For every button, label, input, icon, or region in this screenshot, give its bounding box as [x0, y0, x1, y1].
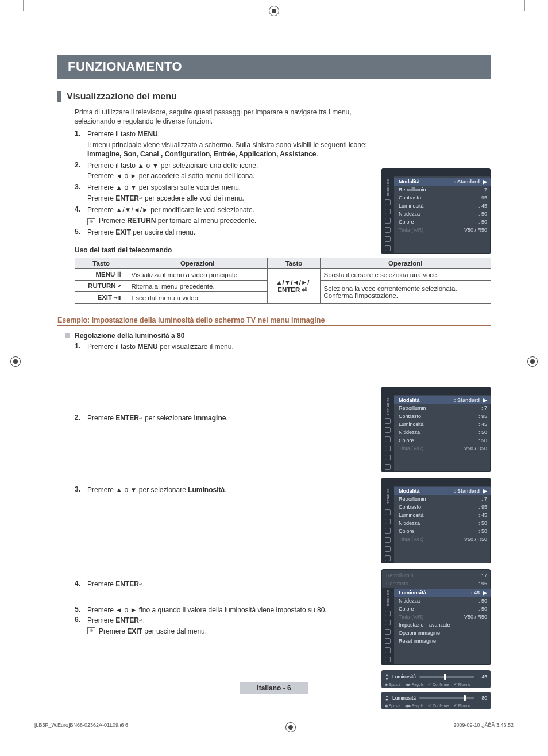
slider-track: [419, 676, 474, 678]
chevron-right-icon: ▶: [483, 488, 487, 494]
osd-row-value: : 95: [478, 195, 487, 201]
osd-row-label: Nitidezza: [399, 429, 478, 435]
osd-sidebar-icon: [385, 236, 391, 242]
osd-sidebar-icon: [385, 546, 391, 552]
osd-sidebar-icon: [385, 418, 391, 424]
step-text: per visualizzare il menu.: [158, 343, 234, 351]
legend-adjust: Regola: [412, 682, 424, 686]
osd-row-label: Colore: [399, 606, 478, 612]
osd-row-label: Retroillumin: [399, 187, 481, 193]
osd-sidebar-icon: [385, 611, 391, 616]
step-text: Premere: [99, 627, 127, 635]
square-bullet-icon: [65, 333, 70, 338]
osd-brightness-slider: ▲▼ Luminosità 80 ◆ Sposta ◀▶ Regola ⏎ Co…: [381, 692, 491, 709]
osd-row-value: : 95: [478, 504, 487, 510]
step-text: .: [158, 130, 160, 138]
key-name: EXIT: [97, 294, 112, 301]
step-text: Premere ▲/▼/◄/► per modificare le voci s…: [87, 206, 254, 214]
th-op: Operazioni: [128, 258, 268, 269]
osd-row-label: Contrasto: [399, 504, 478, 510]
osd-row-value: : 50: [478, 528, 487, 534]
key-name: ENTER: [115, 414, 139, 422]
slider-knob-icon: [464, 695, 466, 701]
osd-row-value: : Standard: [454, 488, 480, 494]
osd-tab-label: Immagine: [386, 397, 389, 415]
chapter-title: FUNZIONAMENTO: [57, 55, 491, 79]
th-key: Tasto: [75, 258, 128, 269]
key-name: ▲/▼/◄/►/ ENTER ⏎: [268, 269, 320, 304]
cell-op: Sposta il cursore e seleziona una voce.: [320, 269, 491, 281]
osd-row-label: Opzioni immagine: [399, 630, 487, 636]
osd-picture-menu-brightness: Retroillumin: 7 Contrasto: 95 Immagine L…: [381, 569, 491, 665]
osd-sidebar-icon: [385, 218, 391, 224]
osd-sidebar-icon: [385, 227, 391, 233]
osd-row-value: : 50: [478, 211, 487, 217]
step-number: 5.: [75, 605, 87, 615]
osd-sidebar-icon: [385, 209, 391, 214]
menu-path: Immagine, Son, Canal , Configuration, En…: [87, 150, 317, 158]
step-text: Premere: [87, 194, 115, 202]
osd-sidebar-icon: [385, 436, 391, 442]
osd-row-label: Colore: [399, 528, 478, 534]
cell-op: Conferma l'impostazione.: [324, 292, 398, 299]
osd-picture-menu: Immagine Modalità: Standard▶ Retroillumi…: [381, 478, 491, 563]
enter-icon: ⏎: [139, 581, 143, 589]
cell-op: Seleziona la voce correntemente selezion…: [324, 285, 457, 292]
exit-icon: →▮: [114, 294, 121, 301]
osd-row-label: Retroillumin: [399, 496, 481, 502]
osd-row-value: V50 / R50: [464, 446, 487, 451]
key-name: ENTER: [115, 616, 139, 624]
note-icon: [87, 627, 95, 634]
slider-value: 80: [478, 695, 487, 701]
osd-row-value: : 45: [478, 512, 487, 518]
step-text: per selezionare: [143, 414, 194, 422]
osd-row-value: : 50: [478, 520, 487, 526]
osd-row-label: Nitidezza: [399, 211, 478, 217]
section-heading-row: Visualizzazione dei menu: [57, 91, 491, 102]
osd-row-value: : 50: [478, 219, 487, 225]
step-text: per uscire dal menu.: [142, 627, 207, 635]
osd-row-label: Impostazioni avanzate: [399, 622, 487, 628]
osd-row-value: : 7: [481, 405, 487, 411]
step-text: Premere: [87, 580, 115, 588]
osd-row-value: : Standard: [454, 397, 480, 403]
step-number: 3.: [75, 183, 87, 203]
step-number: 1.: [75, 129, 87, 159]
return-icon: ↶: [118, 282, 122, 290]
osd-sidebar-icon: [385, 245, 391, 251]
slider-knob-icon: [444, 674, 446, 680]
step-text: .: [225, 486, 226, 494]
enter-icon: ⏎: [139, 617, 143, 625]
key-name: RETURN: [127, 217, 156, 225]
osd-row-value: : 45: [470, 590, 480, 596]
osd-picture-menu: Immagine Modalità: Standard▶ Retroillumi…: [381, 168, 491, 254]
print-registration-icon: [285, 722, 296, 732]
step-number: 2.: [75, 161, 87, 181]
osd-row-value: : 7: [481, 496, 487, 502]
doc-footer-right: 2009-09-10 ¿ÀÈÄ 3:43:52: [453, 722, 514, 732]
th-key: Tasto: [268, 258, 320, 269]
menu-icon: Ⅲ: [117, 271, 122, 278]
legend-move: Sposta: [389, 704, 400, 708]
osd-sidebar-icon: [385, 647, 391, 653]
osd-row-value: : 95: [478, 413, 487, 419]
step-text: .: [143, 616, 145, 624]
example-sub-label: Regolazione della luminosità a 80: [75, 332, 184, 340]
osd-row-value: : 50: [478, 598, 487, 604]
osd-row-label: Modalità: [399, 488, 454, 494]
step-text: Premere: [87, 414, 115, 422]
osd-sidebar-icon: [385, 509, 391, 515]
step-text: Premere il tasto: [87, 343, 137, 351]
osd-brightness-slider: ▲▼ Luminosità 45 ◆ Sposta ◀▶ Regola ⏎ Co…: [381, 670, 491, 688]
intro-paragraph: Prima di utilizzare il televisore, segui…: [75, 108, 373, 126]
osd-sidebar-icon: [385, 199, 391, 205]
osd-sidebar-icon: [385, 427, 391, 433]
slider-label: Luminosità: [392, 695, 416, 701]
osd-row-label: Modalità: [399, 179, 454, 185]
legend-return: Ritorno: [458, 704, 470, 708]
osd-row-value: : 50: [478, 429, 487, 435]
step-text: Premere: [87, 228, 115, 236]
osd-sidebar-icon: [385, 446, 391, 451]
osd-picture-menu: Immagine Modalità: Standard▶ Retroillumi…: [381, 387, 491, 472]
print-registration-icon: [269, 6, 279, 16]
